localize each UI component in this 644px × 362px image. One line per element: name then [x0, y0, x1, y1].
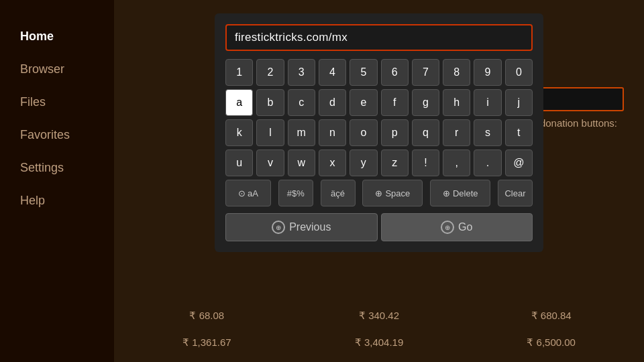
previous-button[interactable]: ⊕ Previous: [225, 213, 378, 241]
delete-key[interactable]: ⊕ Delete: [430, 180, 490, 206]
key-5[interactable]: 5: [350, 59, 377, 86]
key-o[interactable]: o: [350, 119, 377, 146]
key-f[interactable]: f: [381, 89, 409, 116]
key-2[interactable]: 2: [256, 59, 284, 86]
price-cell: ₹ 680.84: [465, 310, 637, 322]
keyboard-overlay: firesticktricks.com/mx 1 2 3 4 5 6 7 8 9…: [215, 13, 543, 252]
key-r[interactable]: r: [443, 119, 470, 146]
key-8[interactable]: 8: [443, 59, 470, 86]
key-at[interactable]: @: [505, 149, 533, 176]
sidebar-item-files[interactable]: Files: [0, 86, 114, 119]
sidebar-item-settings[interactable]: Settings: [0, 152, 114, 184]
sidebar-item-browser[interactable]: Browser: [0, 53, 114, 86]
key-7[interactable]: 7: [412, 59, 439, 86]
key-c[interactable]: c: [288, 89, 315, 116]
url-input-container[interactable]: firesticktricks.com/mx: [225, 24, 533, 51]
key-k[interactable]: k: [225, 119, 253, 146]
price-row-1: ₹ 68.08 ₹ 340.42 ₹ 680.84: [121, 310, 637, 322]
key-q[interactable]: q: [412, 119, 439, 146]
key-a[interactable]: a: [225, 89, 253, 116]
key-j[interactable]: j: [505, 89, 533, 116]
key-x[interactable]: x: [319, 149, 346, 176]
price-cell: ₹ 340.42: [293, 310, 466, 322]
key-0[interactable]: 0: [505, 59, 533, 86]
delete-icon: ⊕: [443, 188, 450, 198]
key-comma[interactable]: ,: [443, 149, 470, 176]
go-icon: ⊕: [441, 221, 454, 234]
key-w[interactable]: w: [288, 149, 315, 176]
key-l[interactable]: l: [256, 119, 284, 146]
go-button[interactable]: ⊕ Go: [381, 213, 533, 241]
key-exclaim[interactable]: !: [412, 149, 439, 176]
url-input-text: firesticktricks.com/mx: [235, 31, 347, 44]
space-icon: ⊕: [375, 188, 382, 198]
letter-row-2: k l m n o p q r s t: [225, 119, 533, 146]
key-z[interactable]: z: [381, 149, 409, 176]
key-p[interactable]: p: [381, 119, 409, 146]
key-i[interactable]: i: [474, 89, 501, 116]
number-row: 1 2 3 4 5 6 7 8 9 0: [225, 59, 533, 86]
price-row-2: ₹ 1,361.67 ₹ 3,404.19 ₹ 6,500.00: [121, 337, 637, 349]
previous-icon: ⊕: [272, 221, 285, 234]
key-s[interactable]: s: [474, 119, 501, 146]
letter-row-3: u v w x y z ! , . @: [225, 149, 533, 176]
key-v[interactable]: v: [256, 149, 284, 176]
price-cell: ₹ 6,500.00: [465, 337, 637, 349]
space-key[interactable]: ⊕ Space: [362, 180, 423, 206]
key-h[interactable]: h: [443, 89, 470, 116]
letter-row-1: a b c d e f g h i j: [225, 89, 533, 116]
symbols-key[interactable]: #$%: [278, 180, 313, 206]
key-y[interactable]: y: [350, 149, 377, 176]
accents-key[interactable]: äçé: [321, 180, 356, 206]
key-b[interactable]: b: [256, 89, 284, 116]
key-m[interactable]: m: [288, 119, 315, 146]
sidebar-item-help[interactable]: Help: [0, 184, 114, 217]
key-period[interactable]: .: [474, 149, 501, 176]
key-4[interactable]: 4: [319, 59, 346, 86]
sidebar-item-home[interactable]: Home: [0, 20, 114, 53]
key-e[interactable]: e: [350, 89, 377, 116]
main-content: ase donation buttons: ) ₹ 68.08 ₹ 340.42…: [114, 0, 644, 362]
key-u[interactable]: u: [225, 149, 253, 176]
key-d[interactable]: d: [319, 89, 346, 116]
keyboard: 1 2 3 4 5 6 7 8 9 0 a b c d e f g h: [225, 59, 533, 241]
key-6[interactable]: 6: [381, 59, 409, 86]
price-cell: ₹ 3,404.19: [293, 337, 466, 349]
price-cell: ₹ 68.08: [121, 310, 293, 322]
price-cell: ₹ 1,361.67: [121, 337, 293, 349]
clear-key[interactable]: Clear: [498, 180, 533, 206]
key-9[interactable]: 9: [474, 59, 501, 86]
sidebar: Home Browser Files Favorites Settings He…: [0, 0, 114, 362]
key-3[interactable]: 3: [288, 59, 315, 86]
mode-icon: ⊙: [238, 188, 246, 198]
key-n[interactable]: n: [319, 119, 346, 146]
mode-toggle-key[interactable]: ⊙ aA: [225, 180, 271, 206]
key-g[interactable]: g: [412, 89, 439, 116]
sidebar-item-favorites[interactable]: Favorites: [0, 119, 114, 152]
nav-row: ⊕ Previous ⊕ Go: [225, 213, 533, 241]
special-row: ⊙ aA #$% äçé ⊕ Space ⊕ Delete Clear: [225, 180, 533, 206]
key-1[interactable]: 1: [225, 59, 253, 86]
key-t[interactable]: t: [505, 119, 533, 146]
